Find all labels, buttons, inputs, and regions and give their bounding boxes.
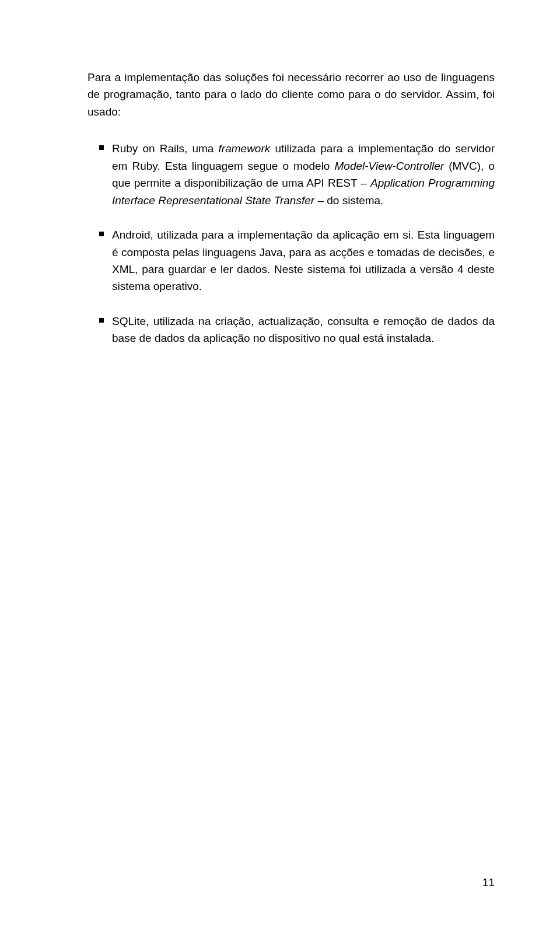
italic-text: Model-View-Controller [335,160,444,172]
bullet-list: Ruby on Rails, uma framework utilizada p… [88,140,495,347]
text-segment: – do sistema. [314,194,383,207]
text-segment: Android, utilizada para a implementação … [112,229,495,292]
page-number: 11 [482,874,495,891]
text-segment: Ruby on Rails, uma [112,142,219,155]
list-item: Ruby on Rails, uma framework utilizada p… [88,140,495,209]
italic-text: framework [219,142,271,155]
list-item: Android, utilizada para a implementação … [88,226,495,295]
intro-paragraph: Para a implementação das soluções foi ne… [88,69,495,120]
text-segment: SQLite, utilizada na criação, actualizaç… [112,315,495,344]
list-item: SQLite, utilizada na criação, actualizaç… [88,313,495,347]
